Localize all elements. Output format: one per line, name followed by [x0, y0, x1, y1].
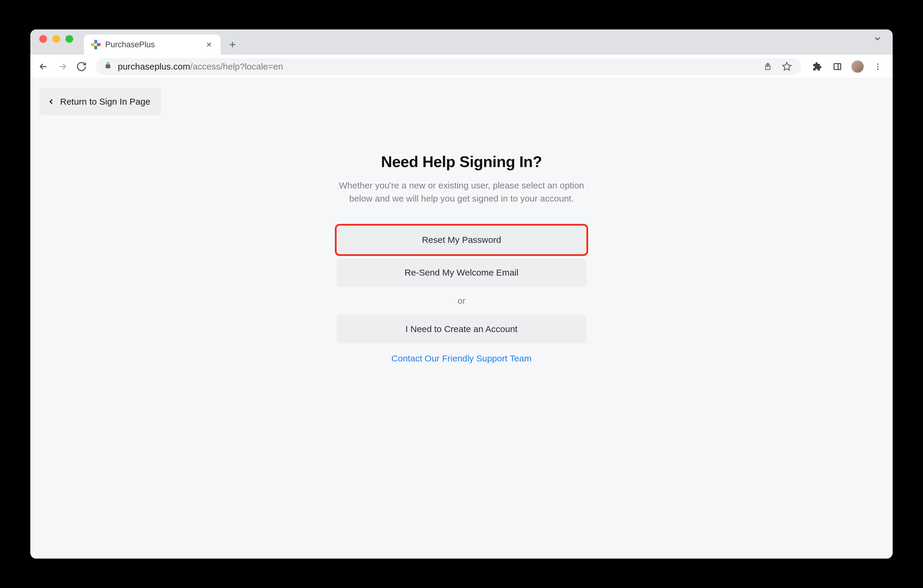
purchaseplus-logo-icon	[91, 40, 100, 49]
back-button[interactable]	[35, 58, 52, 75]
browser-tab[interactable]: PurchasePlus	[84, 34, 221, 55]
url-text: purchaseplus.com/access/help?locale=en	[118, 62, 283, 72]
tab-title: PurchasePlus	[105, 40, 200, 49]
window-maximize-button[interactable]	[66, 35, 73, 43]
svg-point-3	[877, 66, 879, 67]
svg-point-4	[877, 68, 879, 69]
new-tab-button[interactable]	[224, 36, 241, 53]
page-heading: Need Help Signing In?	[337, 153, 586, 171]
window-minimize-button[interactable]	[53, 35, 60, 43]
url-path: /access/help?locale=en	[190, 62, 283, 72]
tab-close-button[interactable]	[205, 40, 214, 49]
tab-bar-right	[873, 30, 885, 55]
bookmark-star-icon[interactable]	[781, 61, 793, 72]
tab-bar: PurchasePlus	[30, 30, 893, 55]
share-icon[interactable]	[762, 61, 774, 72]
reload-button[interactable]	[73, 58, 90, 75]
browser-menu-button[interactable]	[871, 60, 884, 73]
svg-point-2	[877, 63, 879, 65]
tab-favicon	[91, 40, 100, 49]
browser-window: PurchasePlus purch	[30, 30, 893, 558]
page-subheading: Whether you're a new or existing user, p…	[337, 179, 586, 205]
url-actions	[762, 61, 793, 72]
svg-rect-0	[834, 64, 841, 69]
contact-support-link[interactable]: Contact Our Friendly Support Team	[337, 353, 586, 363]
forward-button[interactable]	[54, 58, 71, 75]
toolbar-icons	[807, 60, 888, 73]
resend-welcome-button[interactable]: Re-Send My Welcome Email	[337, 258, 586, 287]
window-controls	[38, 30, 84, 55]
help-panel: Need Help Signing In? Whether you're a n…	[337, 79, 586, 363]
address-bar[interactable]: purchaseplus.com/access/help?locale=en	[96, 58, 801, 75]
extensions-icon[interactable]	[811, 60, 824, 73]
create-account-button[interactable]: I Need to Create an Account	[337, 315, 586, 343]
window-close-button[interactable]	[39, 35, 47, 43]
profile-avatar[interactable]	[851, 60, 864, 73]
return-to-signin-button[interactable]: Return to Sign In Page	[40, 88, 161, 115]
tab-overflow-button[interactable]	[873, 33, 882, 46]
url-bar: purchaseplus.com/access/help?locale=en	[30, 55, 893, 79]
panel-icon[interactable]	[831, 60, 844, 73]
return-label: Return to Sign In Page	[60, 97, 151, 107]
chevron-left-icon	[47, 97, 55, 106]
url-domain: purchaseplus.com	[118, 62, 190, 72]
lock-icon	[104, 62, 112, 71]
reset-password-button[interactable]: Reset My Password	[337, 226, 586, 254]
page-content: Return to Sign In Page Need Help Signing…	[30, 79, 893, 558]
or-divider: or	[337, 296, 586, 306]
